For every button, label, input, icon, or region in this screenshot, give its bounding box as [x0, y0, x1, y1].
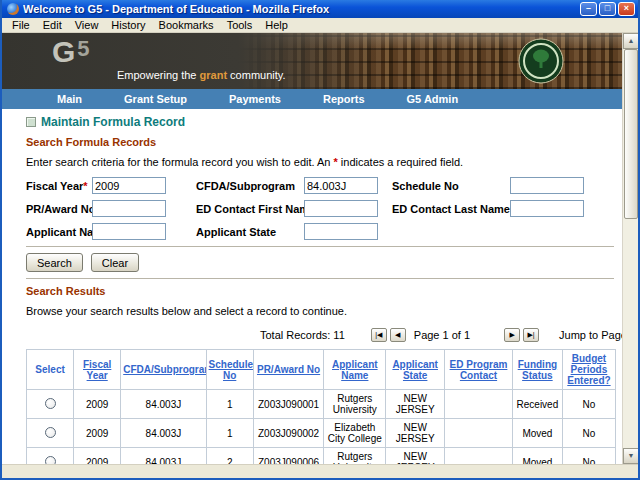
menu-item-file[interactable]: File — [6, 19, 36, 31]
search-instructions: Enter search criteria for the formula re… — [26, 156, 612, 168]
search-button[interactable]: Search — [26, 253, 83, 272]
menu-item-history[interactable]: History — [105, 19, 151, 31]
cell-award: Z003J090002 — [253, 419, 324, 448]
cell-applicant: Elizabeth City College — [324, 419, 386, 448]
applicant-name-label: Applicant Name — [26, 226, 92, 238]
scrollbar[interactable]: ▲ ▼ — [622, 33, 638, 464]
col-header-pr-award-no[interactable]: PR/Award No — [253, 350, 324, 390]
scroll-up-button[interactable]: ▲ — [623, 33, 638, 49]
cell-status: Moved — [512, 419, 562, 448]
menu-item-bookmarks[interactable]: Bookmarks — [153, 19, 220, 31]
menu-item-tools[interactable]: Tools — [221, 19, 259, 31]
record-select-radio[interactable] — [45, 398, 56, 409]
nav-item-payments[interactable]: Payments — [229, 93, 281, 105]
cell-select — [27, 448, 74, 465]
cell-award: Z003J090001 — [253, 390, 324, 419]
pager-prev-button[interactable]: ◀ — [390, 328, 406, 342]
doe-seal-icon — [518, 38, 564, 88]
schedule-no-input[interactable] — [510, 177, 584, 194]
nav-item-reports[interactable]: Reports — [323, 93, 365, 105]
cell-select — [27, 419, 74, 448]
results-table: Select Fiscal Year CFDA/Subprogram Sched… — [26, 349, 616, 464]
cell-cfda: 84.003J — [121, 419, 206, 448]
pager-last-button[interactable]: ▶| — [523, 328, 539, 342]
menu-item-help[interactable]: Help — [259, 19, 294, 31]
table-row: 2009 84.003J 1 Z003J090002 Elizabeth Cit… — [27, 419, 616, 448]
cell-applicant: Rutgers University — [324, 448, 386, 465]
cell-state: NEW JERSEY — [386, 419, 445, 448]
nav-item-main[interactable]: Main — [57, 93, 82, 105]
ed-contact-first-name-label: ED Contact First Name — [196, 203, 304, 215]
records-bar: Total Records: 11 |◀ ◀ Page 1 of 1 ▶ ▶| … — [260, 326, 612, 343]
cell-budget: No — [562, 390, 615, 419]
browser-viewport: G5 Empowering the grant community. Main … — [2, 33, 638, 464]
cell-status: Received — [512, 390, 562, 419]
col-header-fiscal-year[interactable]: Fiscal Year — [74, 350, 121, 390]
main-nav: Main Grant Setup Payments Reports G5 Adm… — [2, 89, 622, 109]
status-bar — [2, 464, 638, 478]
cell-budget: No — [562, 419, 615, 448]
col-header-budget-periods[interactable]: Budget Periods Entered? — [562, 350, 615, 390]
cell-budget: No — [562, 448, 615, 465]
cell-contact — [445, 390, 513, 419]
fiscal-year-input[interactable] — [92, 177, 166, 194]
table-header-row: Select Fiscal Year CFDA/Subprogram Sched… — [27, 350, 616, 390]
record-icon — [26, 117, 36, 127]
clear-button[interactable]: Clear — [91, 253, 139, 272]
table-row: 2009 84.003J 2 Z003J090006 Rutgers Unive… — [27, 448, 616, 465]
banner-tagline: Empowering the grant community. — [117, 69, 286, 81]
pr-award-no-label: PR/Award No — [26, 203, 92, 215]
cell-fiscal-year: 2009 — [74, 419, 121, 448]
cell-award: Z003J090006 — [253, 448, 324, 465]
browse-text: Browse your search results below and sel… — [26, 305, 612, 317]
col-header-cfda-subprogram[interactable]: CFDA/Subprogram — [121, 350, 206, 390]
nav-item-grant-setup[interactable]: Grant Setup — [124, 93, 187, 105]
cell-schedule: 1 — [206, 390, 253, 419]
col-header-schedule-no[interactable]: Schedule No — [206, 350, 253, 390]
col-header-select: Select — [27, 350, 74, 390]
cell-schedule: 1 — [206, 419, 253, 448]
ed-contact-first-name-input[interactable] — [304, 200, 378, 217]
applicant-name-input[interactable] — [92, 223, 166, 240]
applicant-state-label: Applicant State — [196, 226, 304, 238]
applicant-state-input[interactable] — [304, 223, 378, 240]
pr-award-no-input[interactable] — [92, 200, 166, 217]
page-content: Maintain Formula Record Search Formula R… — [2, 109, 622, 464]
menu-bar: File Edit View History Bookmarks Tools H… — [2, 18, 638, 33]
col-header-applicant-name[interactable]: Applicant Name — [324, 350, 386, 390]
firefox-icon — [7, 3, 19, 15]
maximize-button[interactable]: □ — [599, 2, 616, 16]
scroll-down-button[interactable]: ▼ — [623, 448, 638, 464]
page-title: Maintain Formula Record — [41, 115, 185, 129]
search-section-heading: Search Formula Records — [26, 136, 612, 148]
g5-logo: G5 — [52, 35, 90, 69]
results-section-heading: Search Results — [26, 285, 612, 297]
cell-cfda: 84.003J — [121, 390, 206, 419]
nav-item-g5-admin[interactable]: G5 Admin — [407, 93, 459, 105]
cell-fiscal-year: 2009 — [74, 448, 121, 465]
scroll-thumb[interactable] — [624, 49, 638, 219]
fiscal-year-label: Fiscal Year* — [26, 180, 92, 192]
close-button[interactable]: × — [618, 2, 635, 16]
minimize-button[interactable]: – — [580, 2, 597, 16]
table-row: 2009 84.003J 1 Z003J090001 Rutgers Unive… — [27, 390, 616, 419]
cell-cfda: 84.003J — [121, 448, 206, 465]
cell-state: NEW JERSEY — [386, 390, 445, 419]
cfda-subprogram-label: CFDA/Subprogram — [196, 180, 304, 192]
record-select-radio[interactable] — [45, 456, 56, 465]
menu-item-edit[interactable]: Edit — [37, 19, 68, 31]
ed-contact-last-name-input[interactable] — [510, 200, 584, 217]
col-header-applicant-state[interactable]: Applicant State — [386, 350, 445, 390]
col-header-ed-program-contact[interactable]: ED Program Contact — [445, 350, 513, 390]
cell-fiscal-year: 2009 — [74, 390, 121, 419]
record-select-radio[interactable] — [45, 427, 56, 438]
pager-next-button[interactable]: ▶ — [504, 328, 520, 342]
cell-select — [27, 390, 74, 419]
cell-contact — [445, 448, 513, 465]
menu-item-view[interactable]: View — [69, 19, 105, 31]
window-titlebar: Welcome to G5 - Department of Education … — [2, 0, 638, 18]
col-header-funding-status[interactable]: Funding Status — [512, 350, 562, 390]
pager-first-button[interactable]: |◀ — [371, 328, 387, 342]
cfda-subprogram-input[interactable] — [304, 177, 378, 194]
divider — [26, 246, 614, 247]
